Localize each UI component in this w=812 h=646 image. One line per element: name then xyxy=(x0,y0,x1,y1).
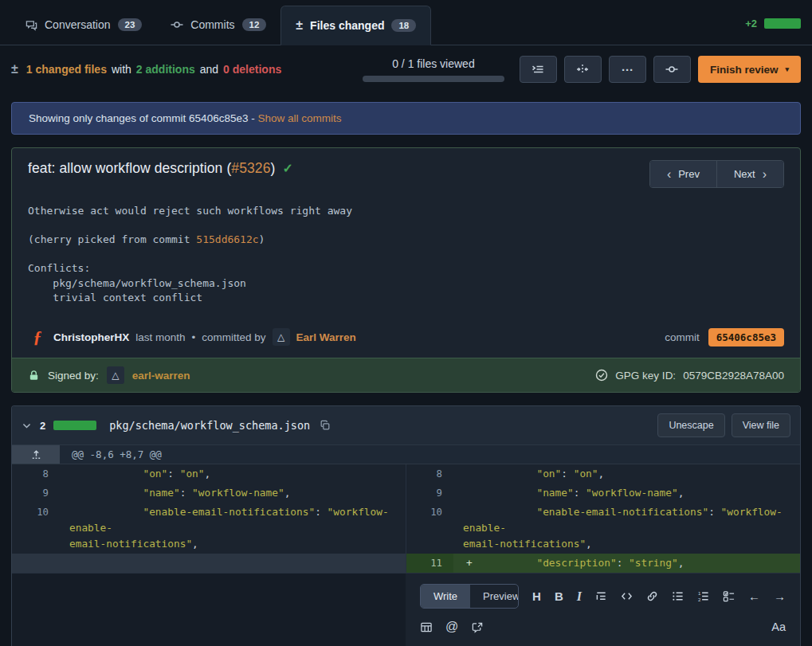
conversation-count-badge: 23 xyxy=(118,18,143,31)
link-icon[interactable] xyxy=(646,590,658,602)
svg-text:2: 2 xyxy=(698,597,701,602)
code-line xyxy=(60,554,406,573)
inline-comment-editor: Write Preview H B I xyxy=(406,573,800,646)
plus-minus-icon: ± xyxy=(11,62,18,76)
committed-by-label: committed by xyxy=(202,331,265,343)
code-icon[interactable] xyxy=(621,590,633,602)
line-number[interactable]: 9 xyxy=(12,484,60,503)
line-number[interactable]: 10 xyxy=(12,503,60,554)
code-line: "name": "workflow-name", xyxy=(60,484,406,503)
text-size-toggle[interactable]: Aa xyxy=(771,621,786,633)
table-icon[interactable] xyxy=(420,621,433,633)
diffstat-bar xyxy=(764,18,801,29)
reference-icon[interactable] xyxy=(471,621,484,633)
author-name[interactable]: ChristopherHX xyxy=(53,331,129,343)
diff-icon: ± xyxy=(296,19,303,32)
diffstat-additions: +2 xyxy=(745,18,757,29)
line-number[interactable] xyxy=(12,554,60,573)
next-commit-button[interactable]: Next › xyxy=(716,161,783,187)
caret-down-icon: ▾ xyxy=(785,65,789,73)
editor-toolbar-row2: @ Aa xyxy=(420,620,786,634)
heading-icon[interactable]: H xyxy=(532,589,541,603)
task-list-icon[interactable] xyxy=(723,590,735,602)
summary-with: with xyxy=(112,63,131,76)
gpg-key-label: GPG key ID: xyxy=(615,370,676,382)
signer-avatar[interactable]: △ xyxy=(107,366,124,384)
line-number[interactable]: 8 xyxy=(12,464,60,484)
file-diffstat-bar xyxy=(53,421,96,430)
tab-commits[interactable]: Commits 12 xyxy=(156,5,280,45)
commit-message-conflicts: Conflicts: pkg/schema/workflow_schema.js… xyxy=(28,261,784,307)
file-tree-icon xyxy=(532,63,544,76)
diff-row: 9 "name": "workflow-name",9 "name": "wor… xyxy=(12,484,800,503)
files-changed-count-badge: 18 xyxy=(391,19,416,32)
split-diff-icon xyxy=(576,63,589,76)
cherry-suffix: ) xyxy=(259,233,265,245)
expand-hunk-button[interactable] xyxy=(12,445,60,464)
mention-icon[interactable]: @ xyxy=(445,620,458,634)
diff-table: 8 "on": "on",8 "on": "on",9 "name": "wor… xyxy=(12,464,800,573)
commit-sha-badge[interactable]: 65406c85e3 xyxy=(708,328,784,346)
file-change-count: 2 xyxy=(40,420,45,432)
tab-files-changed[interactable]: ± Files changed 18 xyxy=(280,6,431,45)
collapse-file-icon[interactable] xyxy=(22,421,32,431)
line-number[interactable]: 11 xyxy=(406,554,453,573)
ordered-list-icon[interactable]: 1 2 xyxy=(697,590,709,602)
finish-review-button[interactable]: Finish review ▾ xyxy=(698,56,801,83)
line-number[interactable]: 10 xyxy=(406,503,453,554)
signer-name[interactable]: earl-warren xyxy=(132,370,190,382)
split-diff-toggle-button[interactable] xyxy=(564,56,602,83)
commit-title: feat: allow workflow description (#5326)… xyxy=(28,160,293,177)
issue-link[interactable]: #5326 xyxy=(231,160,270,176)
signed-by-label: Signed by: xyxy=(48,370,99,382)
undo-icon[interactable]: ← xyxy=(748,589,760,603)
bold-icon[interactable]: B xyxy=(555,589,563,603)
view-file-button[interactable]: View file xyxy=(732,413,790,437)
pr-diffstat: +2 xyxy=(745,18,801,29)
copy-path-icon[interactable] xyxy=(320,420,331,431)
unordered-list-icon[interactable] xyxy=(672,590,684,602)
cherry-commit-link[interactable]: 515dd6612c xyxy=(196,233,258,245)
changed-files-summary: ± 1 changed files with 2 additions and 0… xyxy=(11,62,281,76)
chevron-right-icon: › xyxy=(763,170,767,178)
code-line: + "description": "string", xyxy=(453,554,800,573)
verified-circle-icon xyxy=(595,369,608,382)
committer-avatar[interactable]: △ xyxy=(273,328,290,346)
quote-icon[interactable] xyxy=(595,590,607,602)
editor-tabs: Write Preview xyxy=(420,584,519,609)
more-options-button[interactable]: ··· xyxy=(609,56,646,83)
unescape-button[interactable]: Unescape xyxy=(657,413,724,437)
show-all-commits-link[interactable]: Show all commits xyxy=(257,112,341,124)
files-viewed-progress xyxy=(363,76,504,82)
line-number[interactable]: 8 xyxy=(406,464,453,484)
write-tab[interactable]: Write xyxy=(421,585,470,608)
lock-icon xyxy=(28,370,40,382)
next-label: Next xyxy=(734,168,755,180)
commit-title-text: feat: allow workflow description xyxy=(28,160,226,176)
commits-count-badge: 12 xyxy=(242,18,267,31)
prev-label: Prev xyxy=(678,168,700,180)
prev-commit-button[interactable]: ‹ Prev xyxy=(650,161,716,187)
tab-conversation[interactable]: Conversation 23 xyxy=(11,5,156,45)
preview-tab[interactable]: Preview xyxy=(470,585,519,608)
italic-icon[interactable]: I xyxy=(577,589,582,604)
additions-text: 2 additions xyxy=(136,63,195,76)
pr-tabs: Conversation 23 Commits 12 ± Files chang… xyxy=(11,0,431,45)
changed-files-link[interactable]: 1 changed files xyxy=(26,63,107,76)
summary-and: and xyxy=(200,63,218,76)
commit-time: last month xyxy=(135,331,185,343)
committer-name[interactable]: Earl Warren xyxy=(296,331,356,343)
code-line: "enable-email-notifications": "workflow-… xyxy=(453,503,800,554)
diff-row: 11+ "description": "string", xyxy=(12,554,800,573)
tab-files-changed-label: Files changed xyxy=(310,19,384,32)
redo-icon[interactable]: → xyxy=(774,589,786,603)
diff-row: 10 "enable-email-notifications": "workfl… xyxy=(12,503,800,554)
paren-close: ) xyxy=(271,160,276,176)
commit-select-button[interactable] xyxy=(653,56,691,83)
line-number[interactable]: 9 xyxy=(406,484,453,503)
file-tree-toggle-button[interactable] xyxy=(520,56,557,83)
author-avatar[interactable]: ƒ xyxy=(28,327,47,346)
code-line: "on": "on", xyxy=(60,464,406,484)
tab-commits-label: Commits xyxy=(190,18,234,31)
editor-format-icons: H B I xyxy=(532,589,786,604)
